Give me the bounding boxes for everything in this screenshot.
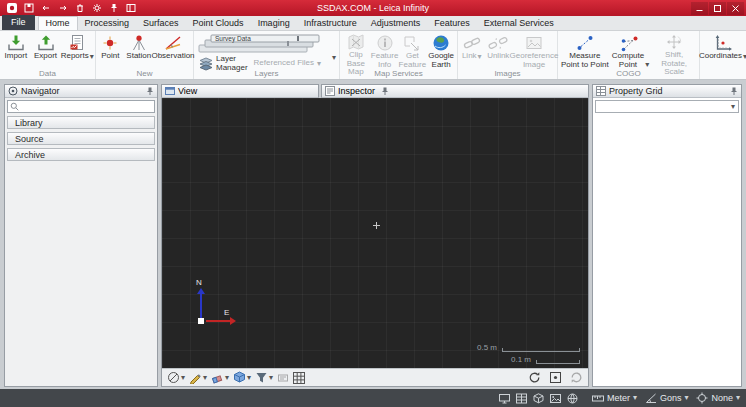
distance-unit-dropdown[interactable]: Meter ▾ [592, 393, 637, 404]
scale-label: 0.1 m [511, 355, 531, 364]
center-dock: View Inspector N [161, 84, 589, 387]
dropdown-caret-icon: ▾ [203, 374, 207, 382]
layers-opacity-widget[interactable]: Survey Data [197, 33, 336, 53]
maximize-button[interactable] [709, 2, 726, 15]
ribbon-group-label: Data [0, 69, 95, 78]
save-button[interactable] [22, 2, 35, 14]
point-icon [100, 33, 120, 52]
tab-home[interactable]: Home [38, 16, 78, 30]
scale-bar: 0.5 m 0.1 m [477, 343, 580, 364]
button-label: Station [126, 52, 151, 61]
view-header[interactable]: View [161, 84, 319, 98]
map-canvas[interactable]: N E 0.5 m 0.1 m [162, 98, 588, 368]
workspace: Navigator Library Source Archive [0, 80, 746, 389]
pin-panel-button[interactable] [146, 87, 154, 96]
zoom-extent-button[interactable] [549, 371, 562, 384]
new-station-button[interactable]: Station [124, 32, 154, 70]
globe-icon [567, 393, 578, 404]
ribbon-group-cogo: Measure Point to Point Compute Point▾ Sh… [558, 31, 700, 79]
settings-button[interactable] [90, 2, 103, 14]
ribbon-group-data: Import Export Reports▾ Data [0, 31, 96, 79]
button-label: Unlink [487, 52, 509, 61]
tab-features[interactable]: Features [427, 16, 477, 30]
tab-surfaces[interactable]: Surfaces [136, 16, 186, 30]
delete-button[interactable] [73, 2, 86, 14]
close-button[interactable] [727, 2, 744, 15]
feature-info-button[interactable]: Feature Info [371, 32, 399, 70]
reports-button[interactable]: Reports▾ [60, 32, 94, 70]
link-image-button[interactable]: Link▾ [459, 32, 485, 70]
export-icon [36, 33, 56, 52]
view-3d-button[interactable]: ▾ [233, 371, 251, 384]
save-icon [24, 3, 34, 13]
property-grid-panel: Property Grid ▾ [592, 84, 742, 387]
search-icon [10, 102, 19, 111]
search-input[interactable] [21, 102, 152, 112]
object-selector-dropdown[interactable]: ▾ [595, 100, 739, 113]
layers-widget-label: Survey Data [215, 35, 251, 43]
minimize-button[interactable] [691, 2, 708, 15]
tab-point-clouds[interactable]: Point Clouds [186, 16, 251, 30]
maximize-icon [713, 4, 722, 13]
tab-imaging[interactable]: Imaging [251, 16, 297, 30]
image-view-button[interactable] [550, 393, 561, 404]
labels-button[interactable] [277, 372, 289, 384]
referenced-files-button[interactable]: Referenced Files ▾ [254, 59, 322, 68]
east-axis-label: E [224, 308, 229, 317]
tab-adjustments[interactable]: Adjustments [364, 16, 428, 30]
google-earth-button[interactable]: Google Earth [426, 32, 456, 70]
angle-unit-dropdown[interactable]: Gons ▾ [645, 393, 689, 404]
layers-widget-caret-icon[interactable]: ▾ [332, 54, 336, 62]
filter-button[interactable]: ▾ [255, 371, 273, 384]
pin-panel-button[interactable] [381, 87, 389, 96]
tab-external-services[interactable]: External Services [477, 16, 561, 30]
center-headers: View Inspector [161, 84, 589, 98]
erase-button[interactable]: ▾ [211, 371, 229, 384]
inspector-header[interactable]: Inspector [321, 84, 589, 98]
table-view-button[interactable] [516, 393, 527, 404]
ribbon-tab-bar: File Home Processing Surfaces Point Clou… [0, 16, 746, 31]
model-view-button[interactable] [533, 393, 544, 404]
dropdown-caret-icon: ▾ [645, 61, 649, 69]
redo-button[interactable] [56, 2, 69, 14]
panel-title: Navigator [21, 86, 60, 96]
export-button[interactable]: Export [31, 32, 61, 70]
sidebar-item-library[interactable]: Library [7, 116, 155, 129]
georeference-image-button[interactable]: Georeference Image [512, 32, 556, 70]
snap-mode-dropdown[interactable]: None ▾ [696, 392, 740, 404]
compute-point-button[interactable]: Compute Point▾ [611, 32, 651, 70]
titlebar[interactable]: SSDAX.COM - Leica Infinity [0, 0, 746, 16]
refresh-view-button[interactable] [528, 371, 541, 384]
new-point-button[interactable]: Point [97, 32, 124, 70]
draw-style-button[interactable]: ▾ [189, 371, 207, 384]
sidebar-item-source[interactable]: Source [7, 132, 155, 145]
display-settings-button[interactable] [499, 393, 510, 404]
measure-point-to-point-button[interactable]: Measure Point to Point [559, 32, 611, 70]
import-icon [6, 33, 26, 52]
tab-file[interactable]: File [2, 15, 35, 30]
undo-button[interactable] [39, 2, 52, 14]
compute-point-icon [620, 33, 640, 52]
new-observation-button[interactable]: Observation [154, 32, 192, 70]
import-button[interactable]: Import [1, 32, 31, 70]
window-layout-button[interactable] [124, 2, 137, 14]
table-icon [516, 393, 527, 404]
tab-processing[interactable]: Processing [78, 16, 137, 30]
clip-base-map-button[interactable]: Clip Base Map [341, 32, 371, 70]
grid-toggle-button[interactable] [293, 372, 305, 384]
clip-base-map-icon [346, 33, 366, 51]
coordinates-button[interactable]: Coordinates▾ [701, 32, 745, 70]
shift-rotate-scale-button[interactable]: Shift, Rotate, Scale [650, 32, 698, 70]
tab-infrastructure[interactable]: Infrastructure [297, 16, 364, 30]
unlink-image-button[interactable]: Unlink [485, 32, 512, 70]
get-feature-button[interactable]: Get Feature [399, 32, 427, 70]
navigator-header[interactable]: Navigator [5, 85, 157, 98]
property-grid-header[interactable]: Property Grid [593, 85, 741, 98]
previous-view-button[interactable] [570, 371, 583, 384]
pin-layout-button[interactable] [107, 2, 120, 14]
pin-panel-button[interactable] [730, 87, 738, 96]
snap-mode-button[interactable]: ▾ [167, 371, 185, 384]
map-view-button[interactable] [567, 393, 578, 404]
navigator-search[interactable] [7, 100, 155, 113]
sidebar-item-archive[interactable]: Archive [7, 148, 155, 161]
